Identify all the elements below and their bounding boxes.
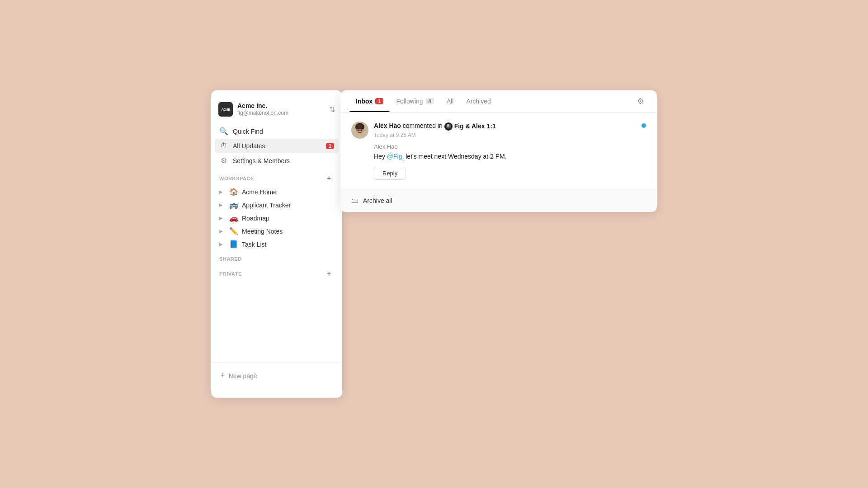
notification-header: Alex Hao commented in 🎱 Fig & Alex 1:1 T… [351, 122, 646, 139]
gear-icon: ⚙ [219, 156, 228, 165]
sidebar-item-acme-home[interactable]: ▶ 🏠 Acme Home [215, 185, 339, 198]
commenter-name: Alex Hao [374, 122, 401, 129]
archive-all-label: Archive all [363, 197, 392, 204]
sidebar-header: ACME Acme Inc. fig@makenotion.com ⇅ [211, 99, 342, 124]
notification-body: Alex Hao Hey @Fig, let's meet next Wedne… [374, 143, 646, 180]
comment-text: Hey @Fig, let's meet next Wednesday at 2… [374, 152, 646, 161]
comment-after: , let's meet next Wednesday at 2 PM. [402, 153, 506, 160]
expand-icon: ▶ [219, 229, 226, 234]
settings-icon[interactable]: ⚙ [633, 93, 648, 110]
notification-meta: Alex Hao commented in 🎱 Fig & Alex 1:1 T… [374, 122, 636, 138]
notification-title: Alex Hao commented in 🎱 Fig & Alex 1:1 [374, 122, 636, 131]
tab-label: Following [396, 98, 423, 105]
comment-mention: @Fig [387, 153, 402, 160]
expand-icon: ▶ [219, 189, 226, 194]
panel-tabs: Inbox 1 Following 4 All Archived ⚙ [340, 90, 657, 113]
tab-following[interactable]: Following 4 [390, 90, 440, 112]
unread-indicator [642, 123, 646, 128]
notification-time: Today at 9:25 AM [374, 132, 636, 138]
page-name: Fig & Alex 1:1 [454, 122, 496, 131]
page-icon: 🎱 [444, 122, 453, 131]
svg-point-5 [361, 130, 362, 131]
private-section-label: PRIVATE + [211, 263, 342, 281]
tab-archived[interactable]: Archived [460, 90, 497, 112]
sidebar-item-label: Applicant Tracker [242, 202, 291, 209]
workspace-section-label: WORKSPACE + [211, 168, 342, 185]
workspace-identity[interactable]: ACME Acme Inc. fig@makenotion.com [218, 102, 288, 117]
reply-button[interactable]: Reply [374, 167, 406, 180]
comment-author: Alex Hao [374, 143, 646, 150]
all-updates-badge: 1 [326, 143, 334, 149]
plus-icon: + [220, 371, 225, 380]
comment-before: Hey [374, 153, 387, 160]
search-icon: 🔍 [219, 127, 228, 136]
workspace-name: Acme Inc. [237, 102, 288, 110]
chevron-down-icon[interactable]: ⇅ [329, 105, 335, 114]
workspace-email: fig@makenotion.com [237, 110, 288, 116]
expand-icon: ▶ [219, 216, 226, 221]
tab-label: Inbox [356, 98, 373, 105]
new-page-label: New page [229, 372, 257, 380]
expand-icon: ▶ [219, 202, 226, 207]
tab-all[interactable]: All [440, 90, 460, 112]
archive-all-bar[interactable]: 🗃 Archive all [340, 189, 657, 212]
avatar [351, 122, 368, 139]
item-emoji: 📘 [229, 240, 238, 249]
workspace-info: Acme Inc. fig@makenotion.com [237, 102, 288, 116]
sidebar-item-label: Task List [242, 241, 266, 248]
sidebar-item-settings[interactable]: ⚙ Settings & Members [215, 153, 339, 168]
sidebar-item-all-updates[interactable]: ⏱ All Updates 1 [215, 139, 339, 153]
page-link: 🎱 Fig & Alex 1:1 [444, 122, 496, 131]
sidebar-item-task-list[interactable]: ▶ 📘 Task List [215, 238, 339, 251]
svg-point-4 [358, 130, 359, 131]
notification-panel: Inbox 1 Following 4 All Archived ⚙ [340, 90, 657, 212]
sidebar-item-label: Settings & Members [233, 157, 290, 164]
sidebar-item-label: All Updates [233, 142, 265, 150]
sidebar-item-quick-find[interactable]: 🔍 Quick Find [215, 124, 339, 139]
sidebar: ACME Acme Inc. fig@makenotion.com ⇅ 🔍 Qu… [211, 90, 342, 398]
item-emoji: 🚗 [229, 214, 238, 222]
item-emoji: 🚌 [229, 201, 238, 209]
sidebar-footer: + New page [211, 362, 342, 389]
clock-icon: ⏱ [219, 142, 228, 150]
action-text: commented in [403, 122, 444, 129]
tab-inbox[interactable]: Inbox 1 [349, 90, 390, 112]
sidebar-item-roadmap[interactable]: ▶ 🚗 Roadmap [215, 211, 339, 225]
sidebar-item-applicant-tracker[interactable]: ▶ 🚌 Applicant Tracker [215, 198, 339, 211]
private-add-button[interactable]: + [324, 269, 334, 279]
archive-icon: 🗃 [351, 197, 359, 205]
tab-label: All [447, 98, 454, 105]
notification-item: Alex Hao commented in 🎱 Fig & Alex 1:1 T… [340, 113, 657, 189]
workspace-logo: ACME [218, 102, 233, 117]
sidebar-item-label: Acme Home [242, 188, 277, 196]
shared-section-label: SHARED [211, 251, 342, 263]
sidebar-item-label: Roadmap [242, 215, 269, 222]
sidebar-item-meeting-notes[interactable]: ▶ ✏️ Meeting Notes [215, 225, 339, 238]
item-emoji: ✏️ [229, 227, 238, 235]
sidebar-nav: 🔍 Quick Find ⏱ All Updates 1 ⚙ Settings … [211, 124, 342, 168]
item-emoji: 🏠 [229, 188, 238, 196]
following-badge: 4 [426, 98, 434, 104]
tab-label: Archived [466, 98, 491, 105]
expand-icon: ▶ [219, 242, 226, 247]
sidebar-item-label: Quick Find [233, 128, 263, 135]
new-page-button[interactable]: + New page [218, 368, 335, 383]
inbox-badge: 1 [375, 98, 383, 104]
sidebar-item-label: Meeting Notes [242, 228, 283, 235]
workspace-add-button[interactable]: + [324, 174, 334, 183]
svg-rect-3 [355, 125, 364, 129]
avatar-image [351, 122, 368, 139]
